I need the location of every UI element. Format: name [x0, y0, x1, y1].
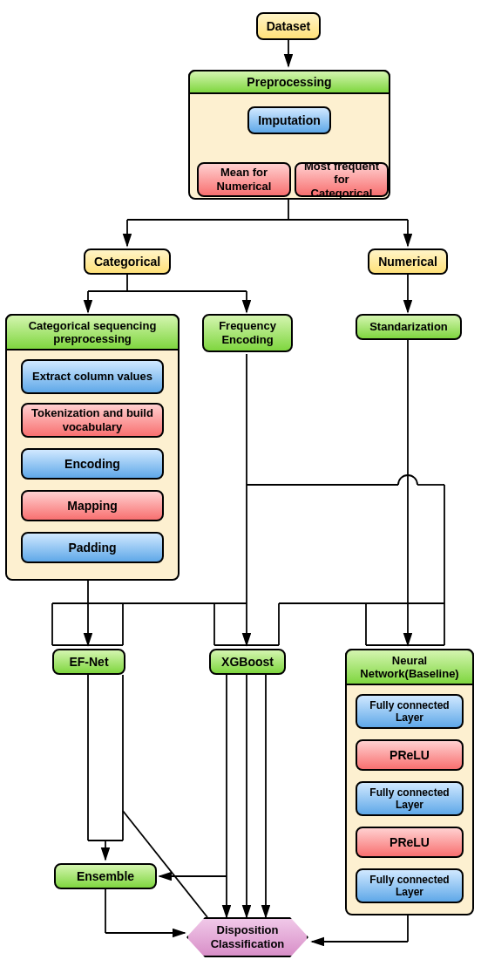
efnet-node: EF-Net	[52, 649, 125, 675]
mostfreq-label: Most frequent for Categorical	[303, 160, 380, 201]
encoding-label: Encoding	[64, 457, 120, 472]
nn-header: Neural Network(Baseline)	[345, 649, 474, 685]
tokenize-label: Tokenization and build vocabulary	[30, 406, 155, 433]
catseq-panel: Categorical sequencing preprocessing Ext…	[5, 314, 180, 581]
prelu2-node: PReLU	[356, 827, 464, 858]
nn-panel: Neural Network(Baseline) Fully connected…	[345, 649, 474, 915]
mapping-label: Mapping	[67, 499, 118, 514]
mostfreq-cat-node: Most frequent for Categorical	[295, 162, 389, 197]
encoding-node: Encoding	[21, 448, 164, 480]
fc1-label: Fully connected Layer	[364, 699, 455, 725]
standarization-label: Standarization	[369, 320, 448, 334]
numerical-node: Numerical	[368, 248, 448, 275]
dataset-label: Dataset	[267, 19, 311, 34]
imputation-node: Imputation	[247, 106, 331, 134]
imputation-label: Imputation	[258, 113, 321, 128]
padding-node: Padding	[21, 532, 164, 563]
ensemble-node: Ensemble	[54, 863, 157, 889]
catseq-header-label: Categorical sequencing preprocessing	[29, 319, 157, 345]
catseq-header: Categorical sequencing preprocessing	[5, 314, 180, 350]
mean-numerical-node: Mean for Numerical	[197, 162, 291, 197]
xgboost-node: XGBoost	[209, 649, 286, 675]
disposition-label: Disposition Classification	[195, 923, 300, 950]
padding-label: Padding	[68, 541, 116, 555]
ensemble-label: Ensemble	[77, 869, 134, 884]
extractcol-label: Extract column values	[32, 370, 152, 384]
mapping-node: Mapping	[21, 490, 164, 521]
preprocessing-header: Preprocessing	[188, 70, 390, 94]
prelu2-label: PReLU	[390, 835, 430, 850]
extractcol-node: Extract column values	[21, 359, 164, 394]
freqenc-label: Frequency Encoding	[211, 319, 284, 346]
categorical-label: Categorical	[94, 255, 160, 269]
standarization-node: Standarization	[356, 314, 462, 340]
prelu1-label: PReLU	[390, 748, 430, 763]
nn-header-label: Neural Network(Baseline)	[360, 654, 458, 680]
categorical-node: Categorical	[84, 248, 171, 275]
preprocessing-panel: Preprocessing Imputation Mean for Numeri…	[188, 70, 390, 200]
freqenc-node: Frequency Encoding	[202, 314, 293, 352]
dataset-node: Dataset	[256, 12, 321, 40]
fc1-node: Fully connected Layer	[356, 694, 464, 729]
disposition-node: Disposition Classification	[186, 917, 308, 957]
fc2-label: Fully connected Layer	[364, 786, 455, 812]
fc3-node: Fully connected Layer	[356, 868, 464, 903]
numerical-label: Numerical	[378, 255, 437, 269]
preprocessing-header-label: Preprocessing	[247, 75, 331, 89]
prelu1-node: PReLU	[356, 739, 464, 771]
fc2-node: Fully connected Layer	[356, 781, 464, 816]
fc3-label: Fully connected Layer	[364, 874, 455, 899]
mean-numerical-label: Mean for Numerical	[206, 166, 282, 193]
efnet-label: EF-Net	[69, 655, 108, 670]
xgboost-label: XGBoost	[221, 655, 274, 670]
tokenize-node: Tokenization and build vocabulary	[21, 403, 164, 438]
